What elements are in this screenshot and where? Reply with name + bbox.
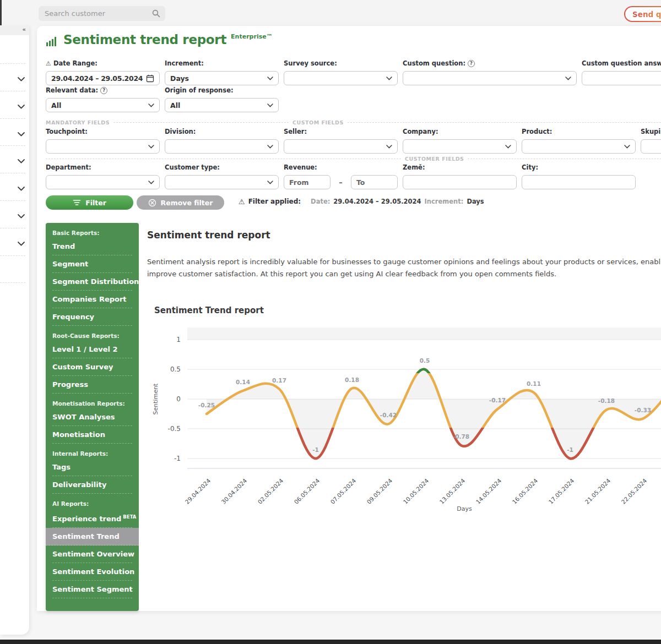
chevron-down-icon: [148, 103, 154, 107]
left-nav-item[interactable]: [17, 74, 25, 79]
chevron-down-icon: [505, 145, 511, 149]
svg-text:21.05.2024: 21.05.2024: [583, 477, 611, 505]
svg-text:-0.33: -0.33: [635, 407, 651, 413]
left-nav-item[interactable]: [17, 156, 25, 161]
customer-search[interactable]: [39, 6, 165, 21]
survey-source-select[interactable]: [284, 71, 398, 85]
seller-select[interactable]: [284, 139, 398, 154]
svg-text:Sentiment: Sentiment: [152, 383, 159, 415]
sidebar-item-frequency[interactable]: Frequency: [52, 308, 132, 326]
touchpoint-select[interactable]: [46, 139, 160, 154]
svg-text:22.05.2024: 22.05.2024: [620, 477, 648, 505]
left-nav-separator: [0, 118, 25, 119]
filter-field-zem: Země:: [403, 163, 517, 189]
date-range-input[interactable]: 29.04.2024 – 29.05.2024: [46, 71, 160, 85]
skupin-select[interactable]: [641, 139, 661, 154]
remove-circle-icon: [148, 199, 156, 207]
filter-field-department: Department:: [46, 163, 160, 189]
remove-filter-label: Remove filter: [161, 199, 213, 207]
filter-field-increment: Increment:Days: [165, 59, 279, 85]
left-nav-separator: [0, 228, 25, 228]
send-button-label: Send qu: [632, 10, 661, 19]
svg-text:-0.5: -0.5: [168, 425, 181, 433]
sidebar-item-custom-survey[interactable]: Custom Survey: [52, 358, 132, 376]
help-icon[interactable]: ?: [100, 87, 107, 94]
field-label: Skupin: [641, 127, 661, 136]
svg-text:-0.18: -0.18: [598, 397, 615, 404]
sidebar-item-swot-analyses[interactable]: SWOT Analyses: [52, 408, 132, 426]
sidebar-item-companies-report[interactable]: Companies Report: [52, 291, 132, 308]
custom-question-select[interactable]: [403, 71, 577, 85]
left-nav-item[interactable]: [17, 238, 25, 244]
zem-input[interactable]: [403, 175, 517, 189]
customer-type-select[interactable]: [165, 175, 279, 189]
sidebar-item-deliverability[interactable]: Deliverability: [52, 476, 132, 494]
field-label: Company:: [403, 127, 517, 136]
department-select[interactable]: [46, 175, 160, 189]
revenue-to-input[interactable]: To: [351, 175, 398, 189]
left-nav-separator: [0, 91, 25, 91]
sidebar-item-sentiment-evolution[interactable]: Sentiment Evolution: [52, 563, 132, 581]
left-nav-item[interactable]: [17, 211, 25, 216]
filter-row-2: Relevant data:?AllOrigin of response:All: [46, 86, 279, 112]
product-select[interactable]: [522, 139, 636, 154]
sidebar-item-sentiment-segment[interactable]: Sentiment Segment: [52, 581, 132, 598]
sidebar-item-level-1-level-2[interactable]: Level 1 / Level 2: [52, 341, 132, 358]
menu-section-header: Root-Cause Reports:: [52, 326, 132, 341]
svg-text:0.17: 0.17: [272, 377, 286, 384]
svg-text:-0.42: -0.42: [380, 412, 397, 418]
sidebar-item-trend[interactable]: Trend: [52, 238, 132, 255]
increment-select[interactable]: Days: [165, 71, 279, 85]
chevron-down-icon: [624, 145, 630, 149]
left-nav-item[interactable]: [17, 129, 25, 134]
field-label: Seller:: [284, 127, 398, 136]
left-nav-item[interactable]: [17, 183, 25, 189]
sidebar-item-sentiment-overview[interactable]: Sentiment Overview: [52, 545, 132, 563]
search-input[interactable]: [44, 9, 152, 18]
relevant-data-select[interactable]: All: [46, 98, 160, 112]
svg-text:-1: -1: [174, 455, 181, 462]
chevron-down-icon: [17, 186, 25, 192]
field-label: ⚠Date Range:: [46, 59, 160, 68]
svg-text:13.05.2024: 13.05.2024: [438, 477, 466, 505]
corner-strip: [0, 0, 2, 25]
chevron-down-icon: [267, 103, 273, 107]
report-menu: Basic Reports:TrendSegmentSegment Distri…: [46, 223, 139, 611]
svg-text:0.14: 0.14: [236, 379, 250, 385]
svg-text:16.05.2024: 16.05.2024: [511, 477, 539, 505]
svg-text:-1: -1: [567, 446, 573, 453]
menu-section-header: Monetisation Reports:: [52, 394, 132, 408]
field-label: Customer type:: [165, 163, 279, 172]
remove-filter-button[interactable]: Remove filter: [137, 195, 224, 210]
company-select[interactable]: [403, 139, 517, 154]
field-label: City:: [522, 163, 636, 172]
left-nav-item[interactable]: [17, 101, 25, 107]
sidebar-item-segment[interactable]: Segment: [52, 255, 132, 273]
field-label: Custom question:?: [403, 59, 577, 68]
division-select[interactable]: [165, 139, 279, 154]
sidebar-item-monetisation[interactable]: Monetisation: [52, 426, 132, 444]
field-label: Origin of response:: [165, 86, 279, 95]
revenue-range: From–To: [284, 175, 398, 189]
origin-of-response-select[interactable]: All: [165, 98, 279, 112]
field-label: Survey source:: [284, 59, 398, 68]
edition-badge: Enterprise™: [231, 33, 273, 40]
send-questionnaire-button[interactable]: Send qu: [624, 6, 661, 22]
sidebar-item-segment-distribution[interactable]: Segment Distribution: [52, 273, 132, 291]
sidebar-item-experience-trend[interactable]: Experience trend BETA: [52, 509, 132, 528]
sidebar-item-tags[interactable]: Tags: [52, 459, 132, 476]
apply-filter-button[interactable]: Filter: [46, 195, 133, 210]
revenue-from-input[interactable]: From: [284, 175, 330, 189]
filter-field-origin-of-response: Origin of response:All: [165, 86, 279, 112]
svg-text:-0.25: -0.25: [198, 402, 215, 408]
left-nav-separator: [0, 145, 25, 146]
sidebar-item-progress[interactable]: Progress: [52, 376, 132, 394]
applied-date-value: 29.04.2024 – 29.05.2024: [333, 198, 421, 205]
custom-question-answers-select[interactable]: [582, 71, 661, 85]
collapse-nav-button[interactable]: «: [0, 26, 29, 35]
sidebar-item-sentiment-trend[interactable]: Sentiment Trend: [46, 528, 139, 545]
city-input[interactable]: [522, 175, 636, 189]
custom-fields-label: CUSTOM FIELDS: [292, 119, 344, 125]
svg-text:-1: -1: [312, 446, 319, 453]
help-icon[interactable]: ?: [468, 60, 475, 67]
